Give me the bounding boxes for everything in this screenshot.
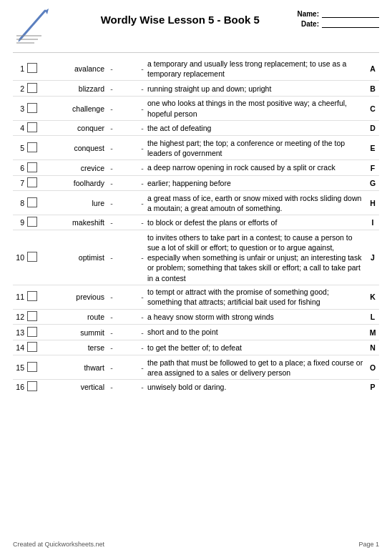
dash-right: - — [139, 340, 146, 355]
letter-cell: J — [366, 231, 379, 285]
checkbox[interactable] — [27, 197, 37, 207]
date-field: Date: — [301, 20, 379, 28]
checkbox[interactable] — [27, 381, 37, 391]
row-number: 15 — [13, 356, 26, 380]
footer-created: Created at Quickworksheets.net — [13, 541, 104, 548]
checkbox[interactable] — [27, 63, 37, 73]
table-row: 4 conquer - - the act of defeating D — [13, 121, 379, 136]
header: Wordly Wise Lesson 5 - Book 5 Name: Date… — [13, 7, 379, 48]
definition-cell: the highest part; the top; a conference … — [146, 137, 366, 160]
checkbox[interactable] — [27, 103, 37, 113]
checkbox[interactable] — [27, 162, 37, 172]
letter-cell: L — [366, 310, 379, 325]
checkbox[interactable] — [27, 122, 37, 132]
definition-cell: a deep narrow opening in rock caused by … — [146, 161, 366, 176]
table-row: 2 blizzard - - running straight up and d… — [13, 82, 379, 97]
checkbox[interactable] — [27, 83, 37, 93]
dash-right: - — [139, 192, 146, 215]
word-cell: foolhardy — [41, 176, 106, 191]
checkbox-cell[interactable] — [26, 161, 41, 176]
checkbox-cell[interactable] — [26, 82, 41, 97]
checkbox-cell[interactable] — [26, 325, 41, 340]
footer: Created at Quickworksheets.net Page 1 — [13, 541, 379, 548]
row-number: 4 — [13, 121, 26, 136]
checkbox-cell[interactable] — [26, 231, 41, 285]
checkbox-cell[interactable] — [26, 192, 41, 215]
checkbox-cell[interactable] — [26, 285, 41, 309]
name-field: Name: — [297, 10, 379, 18]
word-cell: lure — [41, 192, 106, 215]
letter-cell: E — [366, 137, 379, 160]
blank-space — [117, 82, 139, 97]
letter-cell: D — [366, 121, 379, 136]
dash-right: - — [139, 356, 146, 380]
row-number: 10 — [13, 231, 26, 285]
checkbox[interactable] — [27, 177, 37, 187]
checkbox[interactable] — [27, 142, 37, 152]
word-cell: blizzard — [41, 82, 106, 97]
row-number: 7 — [13, 176, 26, 191]
dash-right: - — [139, 137, 146, 160]
row-number: 2 — [13, 82, 26, 97]
dash-right: - — [139, 121, 146, 136]
table-row: 9 makeshift - - to block or defest the p… — [13, 215, 379, 230]
row-number: 14 — [13, 340, 26, 355]
page-title: Wordly Wise Lesson 5 - Book 5 — [63, 7, 297, 27]
row-number: 6 — [13, 161, 26, 176]
checkbox-cell[interactable] — [26, 215, 41, 230]
checkbox[interactable] — [27, 362, 37, 372]
checkbox-cell[interactable] — [26, 310, 41, 325]
checkbox[interactable] — [27, 327, 37, 337]
word-cell: previous — [41, 285, 106, 309]
footer-page: Page 1 — [358, 541, 379, 548]
blank-space — [117, 192, 139, 215]
blank-space — [117, 310, 139, 325]
checkbox-cell[interactable] — [26, 340, 41, 355]
blank-space — [117, 340, 139, 355]
checkbox-cell[interactable] — [26, 176, 41, 191]
blank-space — [117, 285, 139, 309]
letter-cell: O — [366, 356, 379, 380]
letter-cell: C — [366, 97, 379, 120]
checkbox-cell[interactable] — [26, 97, 41, 120]
checkbox-cell[interactable] — [26, 356, 41, 380]
dash-left: - — [106, 82, 117, 97]
checkbox[interactable] — [27, 252, 37, 262]
dash-right: - — [139, 97, 146, 120]
table-row: 1 avalance - - a temporary and usually l… — [13, 57, 379, 81]
row-number: 5 — [13, 137, 26, 160]
checkbox-cell[interactable] — [26, 57, 41, 81]
dash-left: - — [106, 310, 117, 325]
definition-cell: a great mass of ice, earth or snow mixed… — [146, 192, 366, 215]
blank-space — [117, 231, 139, 285]
blank-space — [117, 57, 139, 81]
dash-right: - — [139, 176, 146, 191]
table-row: 12 route - - a heavy snow storm with str… — [13, 310, 379, 325]
checkbox[interactable] — [27, 217, 37, 227]
checkbox[interactable] — [27, 291, 37, 301]
dash-right: - — [139, 380, 146, 394]
dash-right: - — [139, 285, 146, 309]
table-row: 5 conquest - - the highest part; the top… — [13, 137, 379, 160]
checkbox[interactable] — [27, 342, 37, 352]
blank-space — [117, 176, 139, 191]
checkbox-cell[interactable] — [26, 380, 41, 394]
word-cell: route — [41, 310, 106, 325]
checkbox-cell[interactable] — [26, 121, 41, 136]
word-cell: crevice — [41, 161, 106, 176]
table-row: 6 crevice - - a deep narrow opening in r… — [13, 161, 379, 176]
blank-space — [117, 97, 139, 120]
letter-cell: F — [366, 161, 379, 176]
table-row: 11 previous - - to tempt or attract with… — [13, 285, 379, 309]
blank-space — [117, 380, 139, 394]
word-cell: optimist — [41, 231, 106, 285]
checkbox[interactable] — [27, 311, 37, 321]
checkbox-cell[interactable] — [26, 137, 41, 160]
table-row: 8 lure - - a great mass of ice, earth or… — [13, 192, 379, 215]
word-cell: conquest — [41, 137, 106, 160]
date-underline — [322, 21, 379, 28]
blank-space — [117, 161, 139, 176]
row-number: 12 — [13, 310, 26, 325]
word-cell: vertical — [41, 380, 106, 394]
dash-right: - — [139, 82, 146, 97]
